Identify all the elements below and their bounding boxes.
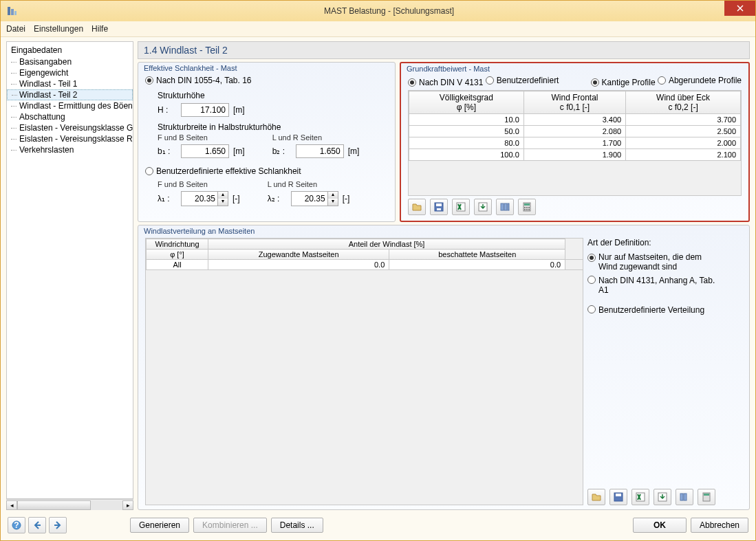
excel-import-icon[interactable]	[474, 199, 492, 215]
combine-button[interactable]: Kombinieren ...	[193, 518, 267, 533]
svg-point-18	[528, 209, 530, 210]
l2-input[interactable]	[292, 192, 327, 206]
table-row[interactable]: 100.01.9002.100	[409, 149, 741, 161]
content: Eingabedaten BasisangabenEigengewichtWin…	[1, 37, 755, 513]
table-empty-area	[409, 161, 741, 195]
radio-rund-label: Abgerundete Profile	[669, 76, 742, 85]
calc-icon[interactable]	[518, 199, 536, 215]
tree-item[interactable]: Verkehrslasten	[7, 144, 133, 155]
tree-item[interactable]: Eigengewicht	[7, 67, 133, 78]
winddist-table[interactable]: Windrichtung Anteil der Windlast [%] φ […	[146, 239, 583, 270]
prev-icon[interactable]	[28, 517, 46, 533]
details-button[interactable]: Details ...	[271, 518, 323, 533]
b2-input[interactable]	[296, 144, 344, 158]
group-grundkraft: Grundkraftbeiwert - Mast Nach DIN V 4131…	[400, 62, 750, 222]
scroll-right-icon[interactable]: ▸	[122, 500, 133, 510]
tree-root[interactable]: Eingabedaten	[7, 44, 133, 56]
radio-kantig[interactable]: Kantige Profile	[591, 78, 656, 87]
sidebar[interactable]: Eingabedaten BasisangabenEigengewichtWin…	[6, 41, 133, 499]
group-schlankheit: Effektive Schlankheit - Mast Nach DIN 10…	[138, 62, 396, 222]
legend-winddist: Windlastverteilung an Mastseiten	[144, 227, 255, 235]
close-button[interactable]	[724, 1, 755, 16]
main-panel: 1.4 Windlast - Teil 2 Effektive Schlankh…	[138, 41, 750, 510]
fb-seiten-label2: F und B Seiten	[158, 180, 240, 188]
window: MAST Belastung - [Schulungsmast] Datei E…	[0, 0, 756, 541]
cell-dir: All	[147, 260, 208, 270]
radio-din4131[interactable]: Nach DIN V 4131	[408, 78, 483, 87]
open-icon-2[interactable]	[587, 489, 605, 505]
l2-spinner[interactable]: ▴▾	[291, 191, 338, 206]
tree-item[interactable]: Windlast - Teil 2	[7, 89, 133, 100]
b2-label: b₂ :	[272, 146, 292, 156]
radio-def-user[interactable]: Benutzerdefinierte Verteilung	[587, 305, 722, 315]
ok-button[interactable]: OK	[633, 518, 687, 533]
save-icon-2[interactable]	[609, 489, 627, 505]
scroll-thumb[interactable]	[17, 500, 91, 510]
definition-title: Art der Definition:	[587, 238, 742, 247]
svg-rect-1	[11, 9, 14, 15]
cancel-button[interactable]: Abbrechen	[691, 518, 748, 533]
definition-panel: Art der Definition: Nur auf Mastseiten, …	[587, 238, 742, 505]
legend-grundkraft: Grundkraftbeiwert - Mast	[407, 65, 490, 73]
excel-export-icon-2[interactable]	[631, 489, 649, 505]
svg-point-13	[524, 207, 526, 208]
help-icon[interactable]: ?	[8, 517, 25, 533]
scroll-left-icon[interactable]: ◂	[6, 500, 17, 510]
table-row[interactable]: 80.01.7002.000	[409, 137, 741, 149]
svg-point-14	[526, 207, 528, 208]
radio-kantig-label: Kantige Profile	[602, 78, 656, 87]
radio-din4131-label: Nach DIN V 4131	[419, 78, 483, 87]
grund-table[interactable]: Völligkeitsgradφ [%] Wind Frontalc f0,1 …	[409, 91, 741, 161]
save-icon[interactable]	[430, 199, 448, 215]
unit-m: [m]	[233, 105, 245, 115]
radio-def-wind[interactable]: Nur auf Mastseiten, die dem Wind zugewan…	[587, 252, 722, 272]
winddist-row[interactable]: All 0.0 0.0	[147, 260, 583, 270]
radio-user-schlank[interactable]: Benutzerdefinierte effektive Schlankheit	[145, 166, 301, 176]
calc-icon-2[interactable]	[698, 489, 715, 505]
l2-down-icon[interactable]: ▾	[328, 199, 338, 206]
H-input[interactable]	[181, 103, 229, 117]
hdr-c1: Wind Frontal	[551, 93, 598, 102]
radio-din1055-label: Nach DIN 1055-4, Tab. 16	[156, 76, 252, 85]
tree-item[interactable]: Abschattung	[7, 111, 133, 122]
open-icon[interactable]	[408, 199, 426, 215]
table-row[interactable]: 10.03.4003.700	[409, 114, 741, 126]
radio-user-grund[interactable]: Benutzerdefiniert	[486, 76, 559, 85]
hdr-zugewandte: Zugewandte Mastseiten	[208, 250, 389, 260]
menu-file[interactable]: Datei	[6, 24, 25, 34]
columns-icon[interactable]	[496, 199, 514, 215]
hdr-phi-deg: φ [°]	[147, 250, 208, 260]
next-icon[interactable]	[49, 517, 67, 533]
l1-down-icon[interactable]: ▾	[218, 199, 228, 206]
svg-rect-9	[504, 203, 507, 210]
page-title: 1.4 Windlast - Teil 2	[138, 41, 750, 59]
excel-import-icon-2[interactable]	[654, 489, 671, 505]
tree-item[interactable]: Basisangaben	[7, 56, 133, 67]
svg-rect-10	[508, 203, 509, 210]
menu-settings[interactable]: Einstellungen	[34, 24, 83, 34]
tree-item[interactable]: Windlast - Ermittlung des Böenr	[7, 100, 133, 111]
radio-user-grund-label: Benutzerdefiniert	[497, 76, 559, 85]
radio-def-din[interactable]: Nach DIN 4131, Anhang A, Tab. A1	[587, 276, 722, 295]
tree-item[interactable]: Eislasten - Vereisungsklasse G	[7, 122, 133, 133]
scroll-track[interactable]	[17, 500, 122, 510]
radio-def-user-label: Benutzerdefinierte Verteilung	[598, 305, 722, 315]
sidebar-scrollbar[interactable]: ◂ ▸	[6, 499, 133, 510]
svg-rect-8	[501, 203, 504, 210]
table-row[interactable]: 50.02.0802.500	[409, 126, 741, 137]
tree-item[interactable]: Eislasten - Vereisungsklasse R	[7, 133, 133, 144]
radio-def-din-label: Nach DIN 4131, Anhang A, Tab. A1	[598, 276, 722, 295]
svg-rect-2	[14, 11, 17, 15]
l1-input[interactable]	[182, 192, 217, 206]
radio-rund[interactable]: Abgerundete Profile	[658, 76, 742, 85]
generate-button[interactable]: Generieren	[130, 518, 189, 533]
tree-item[interactable]: Windlast - Teil 1	[7, 78, 133, 89]
l1-spinner[interactable]: ▴▾	[181, 191, 228, 206]
b1-input[interactable]	[181, 144, 229, 158]
radio-din1055[interactable]: Nach DIN 1055-4, Tab. 16	[145, 76, 252, 85]
excel-export-icon[interactable]	[452, 199, 470, 215]
menu-help[interactable]: Hilfe	[91, 24, 108, 34]
columns-icon-2[interactable]	[676, 489, 693, 505]
svg-text:?: ?	[14, 520, 19, 530]
svg-rect-20	[616, 494, 621, 496]
